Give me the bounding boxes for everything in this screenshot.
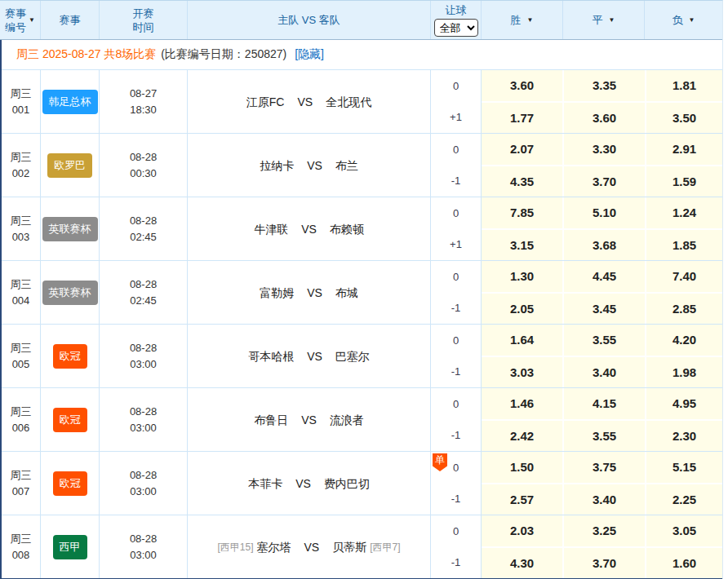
match-row: 周三 002 欧罗巴 08-28 00:30 拉纳卡 VS 布兰 0 -1 2.… [2,133,722,197]
odds-draw[interactable]: 3.55 [564,421,645,452]
match-row: 周三 003 英联赛杯 08-28 02:45 牛津联 VS 布赖顿 0 +1 … [2,197,722,260]
league-badge[interactable]: 英联赛杯 [42,281,98,305]
odds-draw[interactable]: 3.35 [564,70,645,101]
home-rank: [西甲15] [217,539,253,555]
league-cell: 欧冠 [41,452,100,515]
odds-lose[interactable]: 1.85 [646,230,722,261]
odds-draw[interactable]: 3.45 [564,294,645,325]
away-team: 全北现代 [326,94,371,110]
odds-lose[interactable]: 4.95 [646,388,722,419]
teams-cell: 拉纳卡 VS 布兰 [188,134,431,197]
league-badge[interactable]: 韩足总杯 [42,90,98,114]
odds-win[interactable]: 1.77 [482,103,562,134]
header-win[interactable]: 胜 ▼ [482,1,563,39]
handicap-value: 0 [431,262,481,293]
teams-cell: 富勒姆 VS 布城 [188,261,431,324]
sort-arrow-icon: ▼ [527,13,534,27]
odds-lose[interactable]: 1.81 [646,70,722,101]
odds-lose[interactable]: 3.50 [646,103,722,134]
odds-win[interactable]: 3.03 [482,357,562,388]
league-badge[interactable]: 西甲 [53,535,87,559]
league-badge[interactable]: 欧冠 [53,344,87,369]
header-handicap: 让球 全部 [431,1,482,39]
header-lose[interactable]: 负 ▼ [645,1,722,39]
odds-lose[interactable]: 2.30 [646,421,722,452]
league-badge[interactable]: 欧冠 [53,408,87,432]
match-date: 08-27 [130,86,157,102]
odds-lose[interactable]: 3.05 [646,515,722,546]
odds-grid: 1.46 4.15 4.95 2.42 3.55 2.30 [482,388,722,451]
match-row: 周三 005 欧冠 08-28 03:00 哥本哈根 VS 巴塞尔 0 -1 1… [2,324,722,387]
handicap-value: -1 [431,420,481,451]
match-row: 周三 004 英联赛杯 08-28 02:45 富勒姆 VS 布城 0 -1 1… [2,260,722,324]
odds-draw[interactable]: 3.55 [564,325,645,356]
odds-lose[interactable]: 2.25 [646,484,722,515]
odds-win[interactable]: 3.15 [482,230,562,261]
handicap-value: 0 [431,198,481,229]
match-time: 08-28 03:00 [100,452,188,515]
odds-draw[interactable]: 3.40 [564,357,645,388]
match-number: 周三 002 [2,134,41,197]
home-team: 本菲卡 [248,475,282,492]
header-draw[interactable]: 平 ▼ [563,1,645,39]
match-row: 周三 007 欧冠 08-28 03:00 本菲卡 VS 费内巴切 单 0 -1… [2,451,722,515]
odds-lose[interactable]: 4.20 [646,325,722,356]
handicap-cell: 0 +1 [431,197,482,260]
odds-draw[interactable]: 3.25 [564,515,645,546]
header-match-number[interactable]: 赛事 编号 ▼ [0,1,41,39]
match-no: 002 [12,166,30,182]
vs-label: VS [297,94,313,110]
odds-lose[interactable]: 5.15 [646,452,722,483]
odds-win[interactable]: 1.64 [482,325,562,356]
odds-win[interactable]: 1.30 [482,261,562,292]
match-date: 08-28 [130,340,157,356]
odds-draw[interactable]: 4.45 [564,261,645,292]
odds-win[interactable]: 2.57 [482,484,562,515]
match-no: 008 [12,547,30,564]
league-badge[interactable]: 英联赛杯 [42,217,98,241]
league-badge[interactable]: 欧罗巴 [47,153,92,178]
league-cell: 韩足总杯 [41,70,100,133]
odds-lose[interactable]: 1.24 [646,197,722,228]
match-date: 08-28 [130,276,157,293]
handicap-filter-select[interactable]: 全部 [434,19,478,37]
odds-draw[interactable]: 4.15 [564,388,645,419]
odds-win[interactable]: 2.03 [482,515,562,546]
match-kickoff: 02:45 [130,293,157,309]
odds-win[interactable]: 1.50 [482,452,562,483]
odds-win[interactable]: 4.30 [482,548,562,579]
odds-lose[interactable]: 2.85 [646,294,722,325]
odds-draw[interactable]: 3.70 [564,166,645,197]
odds-win[interactable]: 2.42 [482,421,562,452]
odds-win[interactable]: 4.35 [482,166,562,197]
home-team: 拉纳卡 [260,157,294,174]
odds-win[interactable]: 2.07 [482,134,562,165]
hide-link[interactable]: [隐藏] [295,47,324,62]
odds-draw[interactable]: 3.60 [564,103,645,134]
odds-grid: 1.30 4.45 7.40 2.05 3.45 2.85 [482,261,722,324]
match-day: 周三 [11,340,32,356]
odds-grid: 7.85 5.10 1.24 3.15 3.68 1.85 [482,197,722,260]
league-badge[interactable]: 欧冠 [53,471,87,496]
match-time: 08-28 02:45 [100,261,188,324]
odds-draw[interactable]: 3.70 [564,548,645,579]
odds-draw[interactable]: 3.75 [564,452,645,483]
match-day: 周三 [11,86,32,102]
match-date: 08-28 [130,531,157,547]
odds-draw[interactable]: 3.68 [564,230,645,261]
odds-lose[interactable]: 1.60 [646,548,722,579]
odds-draw[interactable]: 5.10 [564,197,645,228]
odds-lose[interactable]: 1.98 [646,357,722,388]
league-cell: 欧冠 [41,388,100,451]
odds-draw[interactable]: 3.40 [564,484,645,515]
odds-lose[interactable]: 1.59 [646,166,722,197]
odds-win[interactable]: 2.05 [482,294,562,325]
odds-lose[interactable]: 7.40 [646,261,722,292]
odds-win[interactable]: 3.60 [482,70,562,101]
odds-win[interactable]: 1.46 [482,388,562,419]
odds-draw[interactable]: 3.30 [564,134,645,165]
handicap-cell: 0 -1 [431,515,482,578]
sort-arrow-icon: ▼ [689,13,695,27]
odds-win[interactable]: 7.85 [482,197,562,228]
odds-lose[interactable]: 2.91 [646,134,722,165]
